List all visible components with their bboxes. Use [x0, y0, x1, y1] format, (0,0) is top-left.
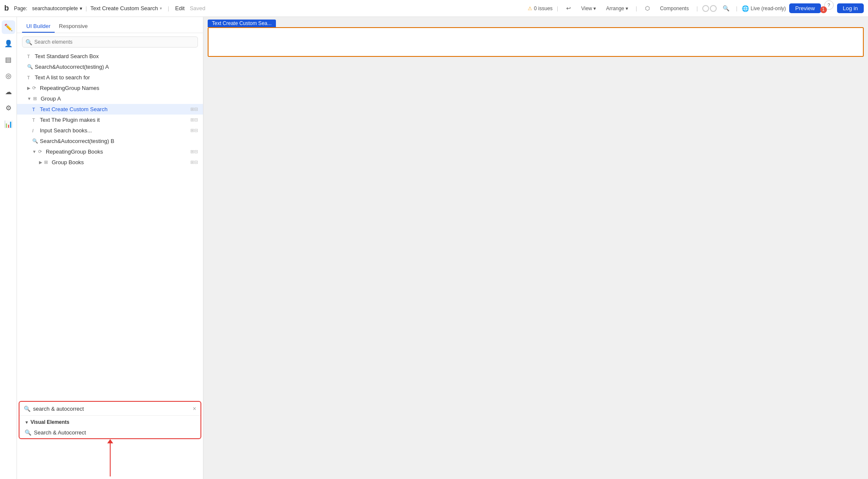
issues-count: 0 issues [534, 6, 553, 11]
help-container: ? 1 [824, 0, 834, 17]
item-label-repeating-names: RepeatingGroup Names [40, 85, 198, 91]
caret-group-a[interactable]: ▼ [27, 96, 31, 101]
edit-button[interactable]: Edit [175, 5, 184, 11]
page-selector[interactable]: Page: searchautocomplete ▾ [14, 6, 82, 11]
tab-responsive[interactable]: Responsive [55, 20, 92, 33]
popup-result-search-autocorrect[interactable]: 🔍 Search & Autocorrect [19, 427, 200, 438]
icon-ui-builder[interactable]: ✏️ [2, 20, 15, 34]
section-title-visual: ▼ Visual Elements [25, 419, 195, 425]
tree-item-text-plugin[interactable]: T Text The Plugin makes it ⊞⊟ [17, 115, 203, 125]
tree-item-repeating-names[interactable]: ▶ ⟳ RepeatingGroup Names [17, 83, 203, 93]
sep2: | [636, 5, 637, 11]
caret-group-books[interactable]: ▶ [39, 160, 42, 165]
sidebar: UI Builder Responsive 🔍 T Text Standard … [17, 17, 203, 479]
icon-bar: ✏️ 👤 ▤ ◎ ☁ ⚙ 📊 [0, 17, 17, 479]
preview-button[interactable]: Preview [789, 3, 821, 13]
popup-search-icon: 🔍 [24, 406, 31, 412]
topbar-title-text: Text Create Custom Search [90, 5, 158, 11]
icon-data[interactable]: ▤ [2, 53, 15, 66]
item-label-group-a: Group A [41, 95, 198, 102]
view-btn[interactable]: View ▾ [578, 4, 599, 13]
arrow-line [110, 443, 111, 476]
canvas-label-container: Text Create Custom Sea... [208, 20, 276, 27]
item-label-group-books: Group Books [52, 159, 189, 165]
arrow-annotation [17, 441, 203, 479]
type-icon-search-b: 🔍 [32, 138, 38, 144]
item-label-text-plugin: Text The Plugin makes it [40, 117, 189, 123]
sep4: | [736, 5, 737, 11]
item-action-1: ⊞⊟ [190, 106, 198, 112]
notification-badge: 1 [820, 6, 827, 13]
item-label-repeating-books: RepeatingGroup Books [46, 148, 189, 155]
undo-btn[interactable]: ↩ [562, 3, 574, 14]
title-selector[interactable]: Text Create Custom Search ▾ [90, 5, 162, 11]
view-label: View [581, 6, 592, 11]
type-icon-search: 🔍 [27, 64, 33, 70]
tree-item-repeating-books[interactable]: ▼ ⟳ RepeatingGroup Books ⊞⊟ [17, 146, 203, 157]
tree-item-text-list[interactable]: T Text A list to search for [17, 72, 203, 83]
canvas-area[interactable]: Text Create Custom Sea... [203, 17, 868, 479]
tree-item-text-standard[interactable]: T Text Standard Search Box [17, 51, 203, 62]
saved-status: Saved [190, 5, 206, 11]
type-icon-t3: T [32, 107, 38, 112]
tree-item-search-b[interactable]: 🔍 Search&Autocorrect(testing) B [17, 136, 203, 146]
search-icon[interactable]: 🔍 [720, 3, 732, 14]
triangle-icon: ⚠ [528, 6, 532, 11]
caret-books[interactable]: ▼ [32, 149, 36, 154]
icon-settings[interactable]: ⚙ [2, 101, 15, 115]
caret-names[interactable]: ▶ [27, 86, 31, 90]
item-action-3: ⊞⊟ [190, 128, 198, 133]
canvas-element-box[interactable] [208, 27, 864, 57]
icon-plugins[interactable]: ☁ [2, 85, 15, 98]
arrow-head [107, 439, 113, 443]
live-btn[interactable]: 🌐 Live (read-only) [742, 5, 786, 12]
icon-workflows[interactable]: 👤 [2, 36, 15, 50]
topbar-divider: | [86, 5, 87, 11]
tree-item-group-a[interactable]: ▼ ⊞ Group A [17, 93, 203, 104]
issues-indicator[interactable]: ⚠ 0 issues [528, 6, 553, 11]
tree-item-text-custom-search[interactable]: T Text Create Custom Search ⊞⊟ [17, 104, 203, 115]
redo-circle[interactable] [710, 5, 717, 12]
tree-item-search-a[interactable]: 🔍 Search&Autocorrect(testing) A [17, 62, 203, 72]
search-icon-small: 🔍 [25, 39, 32, 45]
page-caret-icon: ▾ [80, 6, 82, 11]
item-label-search-b: Search&Autocorrect(testing) B [40, 138, 198, 144]
sep1: | [557, 5, 558, 11]
item-action-5: ⊞⊟ [190, 160, 198, 165]
tree-item-group-books[interactable]: ▶ ⊞ Group Books ⊞⊟ [17, 157, 203, 168]
view-caret-icon: ▾ [593, 6, 596, 11]
tab-ui-builder[interactable]: UI Builder [22, 20, 55, 33]
page-name: searchautocomplete [32, 6, 78, 11]
login-button[interactable]: Log in [837, 3, 864, 13]
undo-circle[interactable] [702, 5, 709, 12]
element-search-popup: 🔍 × ▼ Visual Elements 🔍 Search & Autocor… [19, 401, 201, 439]
logo: b [4, 4, 9, 13]
cube-icon: ⬡ [641, 3, 653, 14]
globe-icon: 🌐 [742, 5, 749, 12]
search-input[interactable] [22, 36, 198, 48]
search-popup-header: 🔍 × [19, 402, 200, 416]
result-icon: 🔍 [25, 429, 31, 436]
tree-item-input-search[interactable]: I Input Search books... ⊞⊟ [17, 125, 203, 136]
arrange-caret-icon: ▾ [626, 6, 628, 11]
popup-search-input[interactable] [33, 406, 190, 412]
icon-logs[interactable]: 📊 [2, 117, 15, 131]
arrange-btn[interactable]: Arrange ▾ [603, 4, 632, 13]
topbar: b Page: searchautocomplete ▾ | Text Crea… [0, 0, 868, 17]
sidebar-tabs: UI Builder Responsive [17, 17, 203, 33]
components-btn[interactable]: Components [657, 4, 692, 13]
sep3: | [696, 5, 698, 11]
type-icon-group-books: ⊞ [44, 160, 50, 165]
icon-styles[interactable]: ◎ [2, 69, 15, 82]
type-icon-t2: T [27, 75, 33, 80]
page-label: Page: [14, 6, 27, 11]
item-action-4: ⊞⊟ [190, 149, 198, 154]
type-icon-input: I [32, 128, 38, 133]
popup-clear-button[interactable]: × [193, 405, 196, 412]
section-caret-icon[interactable]: ▼ [25, 420, 29, 425]
search-wrap: 🔍 [22, 36, 198, 48]
item-label-text-list: Text A list to search for [35, 74, 198, 81]
type-icon-group: ⊞ [33, 96, 39, 101]
item-action-2: ⊞⊟ [190, 117, 198, 123]
undo-redo-group [702, 5, 717, 12]
